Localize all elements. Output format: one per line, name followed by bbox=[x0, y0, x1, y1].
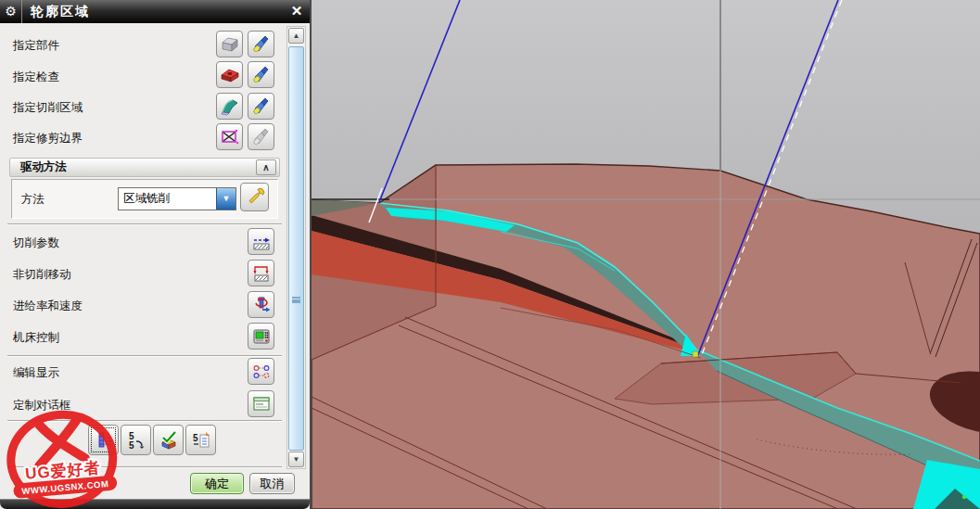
replay-toolpath-button[interactable]: 5 5 bbox=[121, 425, 151, 455]
cutting-parameters-button[interactable] bbox=[248, 228, 274, 255]
drive-method-panel: 方法 区域铣削 ▼ bbox=[11, 179, 278, 219]
dialog-resize-bar[interactable] bbox=[0, 499, 310, 509]
non-cutting-moves-icon bbox=[251, 263, 272, 284]
display-cut-area-button[interactable] bbox=[248, 93, 274, 120]
specify-check-button[interactable] bbox=[216, 61, 243, 88]
non-cutting-moves-button[interactable] bbox=[248, 260, 274, 286]
method-label: 方法 bbox=[21, 192, 45, 208]
specify-cut-area-button[interactable] bbox=[216, 93, 243, 120]
dialog-options-gear-icon[interactable]: ⚙ bbox=[0, 0, 22, 23]
display-part-button[interactable] bbox=[248, 31, 274, 57]
machine-control-icon bbox=[251, 326, 272, 347]
machine-control-button[interactable] bbox=[248, 323, 274, 350]
nx-application-window: ⚙ 轮廓区域 ✕ 指定部件 指定检查 bbox=[0, 0, 980, 509]
cut-area-surface-icon bbox=[220, 96, 240, 117]
separator bbox=[7, 466, 282, 468]
model-canvas[interactable] bbox=[312, 0, 980, 509]
trim-boundary-icon bbox=[220, 127, 240, 147]
drive-method-header-label: 驱动方法 bbox=[10, 159, 67, 175]
specify-trim-boundary-button[interactable] bbox=[216, 123, 243, 150]
drive-method-group-header[interactable]: 驱动方法 ∧ bbox=[9, 158, 280, 177]
specify-part-button[interactable] bbox=[216, 31, 243, 57]
cutting-parameters-label: 切削参数 bbox=[13, 235, 59, 251]
replay-toolpath-icon: 5 5 bbox=[125, 429, 147, 452]
customize-dialog-label: 定制对话框 bbox=[13, 398, 71, 414]
svg-text:5: 5 bbox=[129, 440, 134, 451]
list-toolpath-icon: 5 bbox=[190, 429, 212, 452]
method-combobox[interactable]: 区域铣削 ▼ bbox=[118, 187, 236, 210]
edit-method-button[interactable] bbox=[240, 183, 269, 211]
cancel-button[interactable]: 取消 bbox=[249, 473, 295, 494]
non-cutting-moves-label: 非切削移动 bbox=[13, 267, 71, 283]
scroll-down-icon[interactable]: ▼ bbox=[288, 452, 304, 467]
generate-toolpath-icon bbox=[93, 429, 115, 452]
svg-text:5: 5 bbox=[193, 433, 198, 443]
graphics-viewport[interactable] bbox=[312, 0, 980, 509]
method-combobox-value: 区域铣削 bbox=[119, 188, 216, 210]
verify-toolpath-button[interactable] bbox=[153, 425, 184, 455]
part-geometry-icon bbox=[220, 34, 240, 55]
chevron-down-icon[interactable]: ▼ bbox=[216, 188, 235, 210]
edit-display-label: 编辑显示 bbox=[13, 365, 59, 381]
feeds-and-speeds-button[interactable] bbox=[248, 291, 274, 318]
dialog-titlebar[interactable]: ⚙ 轮廓区域 ✕ bbox=[0, 0, 310, 23]
generate-toolpath-button[interactable] bbox=[88, 425, 119, 455]
edit-display-button[interactable] bbox=[248, 358, 274, 385]
feeds-and-speeds-label: 进给率和速度 bbox=[13, 299, 83, 314]
display-check-button[interactable] bbox=[248, 61, 274, 88]
machine-control-label: 机床控制 bbox=[13, 330, 59, 346]
specify-check-label: 指定检查 bbox=[13, 70, 59, 85]
display-trim-boundary-button-disabled bbox=[248, 123, 274, 150]
scrollbar-thumb[interactable] bbox=[288, 46, 304, 451]
scrollbar-grip bbox=[292, 297, 300, 303]
scroll-up-icon[interactable]: ▲ bbox=[288, 28, 304, 44]
close-icon[interactable]: ✕ bbox=[287, 2, 306, 20]
specify-part-label: 指定部件 bbox=[13, 38, 59, 54]
dialog-scrollbar[interactable]: ▲ ▼ bbox=[286, 26, 306, 469]
feeds-and-speeds-icon bbox=[251, 295, 272, 315]
flashlight-display-icon bbox=[251, 65, 272, 85]
specify-cut-area-label: 指定切削区域 bbox=[13, 100, 83, 116]
check-geometry-icon bbox=[220, 65, 240, 85]
contact-point-marker bbox=[693, 351, 698, 357]
separator bbox=[7, 420, 282, 422]
specify-trim-boundary-label: 指定修剪边界 bbox=[13, 131, 83, 146]
verify-toolpath-icon bbox=[158, 429, 180, 452]
list-toolpath-button[interactable]: 5 bbox=[185, 425, 216, 455]
customize-dialog-icon bbox=[251, 394, 272, 414]
customize-dialog-button[interactable] bbox=[248, 390, 274, 417]
flashlight-display-icon bbox=[251, 96, 272, 117]
separator bbox=[7, 223, 282, 225]
collapse-chevron-icon[interactable]: ∧ bbox=[256, 159, 276, 175]
ok-button[interactable]: 确定 bbox=[190, 473, 244, 494]
edit-display-icon bbox=[251, 362, 272, 382]
separator bbox=[7, 355, 282, 357]
dialog-title: 轮廓区域 bbox=[22, 4, 90, 20]
corner-point-marker bbox=[962, 495, 966, 499]
wrench-icon bbox=[245, 187, 265, 208]
cutting-parameters-icon bbox=[251, 232, 272, 252]
flashlight-display-icon-disabled bbox=[251, 127, 272, 147]
contour-area-dialog: ⚙ 轮廓区域 ✕ 指定部件 指定检查 bbox=[0, 0, 312, 509]
flashlight-display-icon bbox=[251, 34, 272, 55]
